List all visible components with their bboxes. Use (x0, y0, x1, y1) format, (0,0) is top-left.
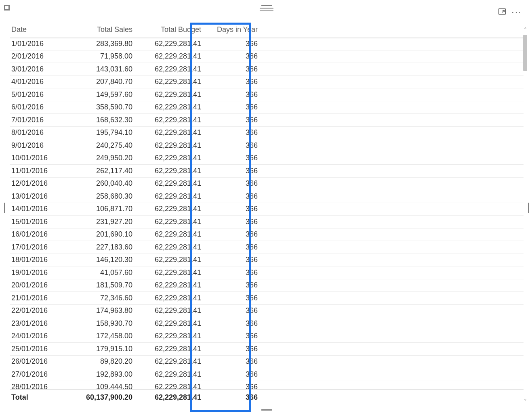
table-row[interactable]: 1/01/2016283,369.8062,229,281.41366 (10, 38, 524, 50)
cell-budget: 62,229,281.41 (132, 281, 201, 289)
cell-sales: 41,057.60 (68, 268, 132, 277)
cell-days: 366 (201, 78, 266, 86)
cell-days: 366 (201, 294, 266, 302)
table-row[interactable]: 15/01/2016231,927.2062,229,281.41366 (10, 216, 524, 228)
cell-date: 27/01/2016 (10, 370, 68, 379)
table-row[interactable]: 26/01/201689,820.2062,229,281.41366 (10, 356, 524, 369)
cell-budget: 62,229,281.41 (132, 256, 201, 264)
cell-days: 366 (201, 281, 266, 289)
more-options-icon[interactable]: ··· (511, 7, 522, 16)
cell-days: 366 (201, 243, 266, 252)
scroll-down-arrow-icon[interactable]: ˅ (522, 398, 528, 405)
resize-handle-bottom-left[interactable] (4, 5, 10, 10)
table-body[interactable]: 1/01/2016283,369.8062,229,281.413662/01/… (10, 38, 524, 390)
cell-date: 3/01/2016 (10, 65, 68, 73)
cell-days: 366 (201, 306, 266, 315)
cell-sales: 207,840.70 (68, 78, 132, 86)
cell-budget: 62,229,281.41 (132, 306, 201, 315)
drag-grip-icon[interactable] (260, 8, 273, 12)
cell-date: 2/01/2016 (10, 52, 68, 61)
cell-days: 366 (201, 332, 266, 340)
table-row[interactable]: 16/01/2016201,690.1062,229,281.41366 (10, 228, 524, 241)
table-row[interactable]: 13/01/2016258,680.3062,229,281.41366 (10, 190, 524, 203)
cell-budget: 62,229,281.41 (132, 218, 201, 226)
table-row[interactable]: 19/01/201641,057.6062,229,281.41366 (10, 266, 524, 279)
table-row[interactable]: 6/01/2016358,590.7062,229,281.41366 (10, 101, 524, 114)
cell-date: 1/01/2016 (10, 40, 68, 48)
table-row[interactable]: 7/01/2016168,632.3062,229,281.41366 (10, 114, 524, 127)
table-row[interactable]: 24/01/2016172,458.0062,229,281.41366 (10, 330, 524, 343)
cell-sales: 146,120.30 (68, 256, 132, 264)
table-row[interactable]: 2/01/201671,958.0062,229,281.41366 (10, 50, 524, 63)
cell-days: 366 (201, 370, 266, 379)
table-row[interactable]: 22/01/2016174,963.8062,229,281.41366 (10, 305, 524, 318)
table-row[interactable]: 17/01/2016227,183.6062,229,281.41366 (10, 241, 524, 254)
table-row[interactable]: 9/01/2016240,275.4062,229,281.41366 (10, 139, 524, 152)
column-header-sales[interactable]: Total Sales (68, 25, 132, 34)
cell-budget: 62,229,281.41 (132, 52, 201, 61)
cell-budget: 62,229,281.41 (132, 128, 201, 137)
cell-sales: 149,597.60 (68, 90, 132, 99)
cell-budget: 62,229,281.41 (132, 167, 201, 175)
column-header-budget[interactable]: Total Budget (132, 25, 201, 34)
cell-sales: 168,632.30 (68, 116, 132, 124)
focus-mode-icon[interactable] (498, 7, 507, 16)
column-header-days[interactable]: Days in Year (201, 25, 266, 34)
table-row[interactable]: 20/01/2016181,509.7062,229,281.41366 (10, 279, 524, 292)
resize-handle-top-left[interactable] (4, 5, 10, 10)
cell-date: 13/01/2016 (10, 192, 68, 201)
resize-handle-left[interactable] (4, 203, 5, 213)
total-days-value: 366 (201, 393, 266, 402)
cell-days: 366 (201, 179, 266, 188)
table-row[interactable]: 4/01/2016207,840.7062,229,281.41366 (10, 76, 524, 89)
table-row[interactable]: 10/01/2016249,950.2062,229,281.41366 (10, 152, 524, 165)
cell-days: 366 (201, 128, 266, 137)
table-row[interactable]: 11/01/2016262,117.4062,229,281.41366 (10, 165, 524, 178)
cell-date: 25/01/2016 (10, 345, 68, 353)
table-row[interactable]: 28/01/2016109,444.5062,229,281.41366 (10, 381, 524, 390)
cell-days: 366 (201, 205, 266, 213)
cell-sales: 201,690.10 (68, 230, 132, 239)
cell-budget: 62,229,281.41 (132, 294, 201, 302)
cell-sales: 89,820.20 (68, 357, 132, 366)
table-row[interactable]: 23/01/2016158,930.7062,229,281.41366 (10, 317, 524, 330)
data-table: Date Total Sales Total Budget Days in Ye… (10, 21, 524, 405)
table-row[interactable]: 25/01/2016179,915.1062,229,281.41366 (10, 343, 524, 356)
resize-handle-bottom[interactable] (261, 409, 272, 411)
cell-sales: 181,509.70 (68, 281, 132, 289)
cell-days: 366 (201, 154, 266, 162)
cell-sales: 71,958.00 (68, 52, 132, 61)
cell-budget: 62,229,281.41 (132, 65, 201, 73)
total-budget-value: 62,229,281.41 (132, 393, 201, 402)
cell-sales: 227,183.60 (68, 243, 132, 252)
cell-budget: 62,229,281.41 (132, 103, 201, 111)
table-row[interactable]: 12/01/2016260,040.4062,229,281.41366 (10, 178, 524, 191)
table-row[interactable]: 5/01/2016149,597.6062,229,281.41366 (10, 88, 524, 101)
table-row[interactable]: 14/01/2016106,871.7062,229,281.41366 (10, 203, 524, 216)
cell-sales: 231,927.20 (68, 218, 132, 226)
table-row[interactable]: 21/01/201672,346.6062,229,281.41366 (10, 292, 524, 305)
resize-handle-top[interactable] (261, 5, 272, 6)
cell-sales: 174,963.80 (68, 306, 132, 315)
cell-date: 20/01/2016 (10, 281, 68, 289)
cell-date: 9/01/2016 (10, 141, 68, 150)
resize-handle-bottom-right[interactable] (4, 5, 10, 10)
scroll-up-arrow-icon[interactable]: ˄ (522, 27, 528, 33)
cell-budget: 62,229,281.41 (132, 332, 201, 340)
cell-sales: 262,117.40 (68, 167, 132, 175)
scroll-thumb[interactable] (523, 35, 527, 71)
table-row[interactable]: 18/01/2016146,120.3062,229,281.41366 (10, 254, 524, 267)
cell-sales: 158,930.70 (68, 319, 132, 328)
table-row[interactable]: 27/01/2016192,893.0062,229,281.41366 (10, 368, 524, 381)
cell-budget: 62,229,281.41 (132, 205, 201, 213)
table-row[interactable]: 8/01/2016195,794.1062,229,281.41366 (10, 127, 524, 140)
column-header-date[interactable]: Date (10, 25, 68, 34)
cell-budget: 62,229,281.41 (132, 345, 201, 353)
table-row[interactable]: 3/01/2016143,031.6062,229,281.41366 (10, 63, 524, 76)
cell-sales: 179,915.10 (68, 345, 132, 353)
table-visual-frame[interactable]: ··· Date Total Sales Total Budget Days i… (4, 5, 529, 411)
resize-handle-top-right[interactable] (4, 5, 10, 10)
vertical-scrollbar[interactable]: ˄ ˅ (522, 27, 528, 405)
table-header-row: Date Total Sales Total Budget Days in Ye… (10, 21, 524, 38)
cell-date: 6/01/2016 (10, 103, 68, 111)
